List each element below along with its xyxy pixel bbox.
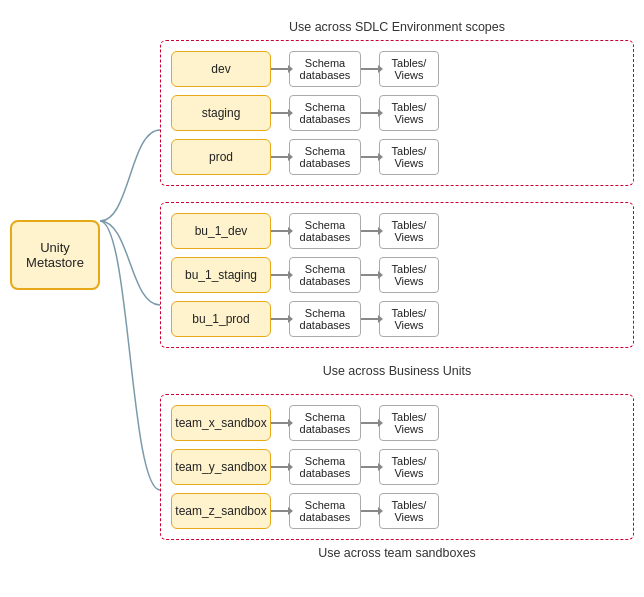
unity-metastore-label: Unity Metastore	[20, 240, 90, 270]
dev-schema: Schemadatabases	[289, 51, 361, 87]
staging-row: staging Schemadatabases Tables/Views	[171, 95, 623, 131]
teamy-schema: Schemadatabases	[289, 449, 361, 485]
bu1dev-row: bu_1_dev Schemadatabases Tables/Views	[171, 213, 623, 249]
teamz-connector2	[361, 510, 379, 512]
teamx-schema: Schemadatabases	[289, 405, 361, 441]
dev-tables: Tables/Views	[379, 51, 439, 87]
teamz-node: team_z_sandbox	[171, 493, 271, 529]
teamz-schema: Schemadatabases	[289, 493, 361, 529]
bu1staging-node: bu_1_staging	[171, 257, 271, 293]
teamy-connector1	[271, 466, 289, 468]
teamx-connector2	[361, 422, 379, 424]
teamz-tables: Tables/Views	[379, 493, 439, 529]
bu1prod-schema: Schemadatabases	[289, 301, 361, 337]
staging-tables: Tables/Views	[379, 95, 439, 131]
bu1prod-connector1	[271, 318, 289, 320]
bu-dashed-box: bu_1_dev Schemadatabases Tables/Views bu…	[160, 202, 634, 348]
bu1prod-tables: Tables/Views	[379, 301, 439, 337]
groups-area: dev Schemadatabases Tables/Views staging…	[160, 40, 634, 560]
bu1staging-connector2	[361, 274, 379, 276]
bu1dev-schema: Schemadatabases	[289, 213, 361, 249]
bu1dev-connector2	[361, 230, 379, 232]
dev-row: dev Schemadatabases Tables/Views	[171, 51, 623, 87]
bu-label: Use across Business Units	[160, 364, 634, 378]
sdlc-dashed-box: dev Schemadatabases Tables/Views staging…	[160, 40, 634, 186]
dev-connector1	[271, 68, 289, 70]
bu1staging-tables: Tables/Views	[379, 257, 439, 293]
dev-node: dev	[171, 51, 271, 87]
bu1dev-node: bu_1_dev	[171, 213, 271, 249]
connector-svg	[100, 40, 160, 580]
bu1prod-node: bu_1_prod	[171, 301, 271, 337]
team-dashed-box: team_x_sandbox Schemadatabases Tables/Vi…	[160, 394, 634, 540]
team-bottom-label: Use across team sandboxes	[160, 546, 634, 560]
teamx-tables: Tables/Views	[379, 405, 439, 441]
bu1dev-tables: Tables/Views	[379, 213, 439, 249]
sdlc-label: Use across SDLC Environment scopes	[160, 20, 634, 34]
bu1staging-schema: Schemadatabases	[289, 257, 361, 293]
diagram-container: Use across SDLC Environment scopes Unity…	[10, 10, 634, 590]
teamz-row: team_z_sandbox Schemadatabases Tables/Vi…	[171, 493, 623, 529]
staging-schema: Schemadatabases	[289, 95, 361, 131]
dev-connector2	[361, 68, 379, 70]
staging-connector2	[361, 112, 379, 114]
bu1dev-connector1	[271, 230, 289, 232]
bu1staging-connector1	[271, 274, 289, 276]
unity-metastore-box: Unity Metastore	[10, 220, 100, 290]
prod-connector2	[361, 156, 379, 158]
teamy-tables: Tables/Views	[379, 449, 439, 485]
prod-row: prod Schemadatabases Tables/Views	[171, 139, 623, 175]
prod-schema: Schemadatabases	[289, 139, 361, 175]
bu1prod-row: bu_1_prod Schemadatabases Tables/Views	[171, 301, 623, 337]
bu1prod-connector2	[361, 318, 379, 320]
staging-connector1	[271, 112, 289, 114]
group-bu: bu_1_dev Schemadatabases Tables/Views bu…	[160, 202, 634, 348]
teamy-node: team_y_sandbox	[171, 449, 271, 485]
teamx-connector1	[271, 422, 289, 424]
group-team: team_x_sandbox Schemadatabases Tables/Vi…	[160, 394, 634, 560]
group-sdlc: dev Schemadatabases Tables/Views staging…	[160, 40, 634, 186]
prod-connector1	[271, 156, 289, 158]
staging-node: staging	[171, 95, 271, 131]
prod-node: prod	[171, 139, 271, 175]
teamz-connector1	[271, 510, 289, 512]
teamy-row: team_y_sandbox Schemadatabases Tables/Vi…	[171, 449, 623, 485]
prod-tables: Tables/Views	[379, 139, 439, 175]
teamx-node: team_x_sandbox	[171, 405, 271, 441]
teamy-connector2	[361, 466, 379, 468]
bu1staging-row: bu_1_staging Schemadatabases Tables/View…	[171, 257, 623, 293]
teamx-row: team_x_sandbox Schemadatabases Tables/Vi…	[171, 405, 623, 441]
